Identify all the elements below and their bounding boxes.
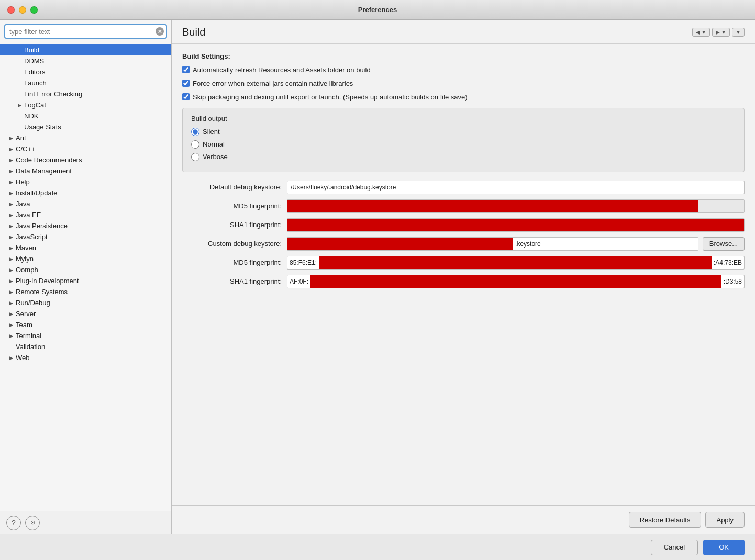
md5-prefix-text: 85:F6:E1:	[287, 259, 319, 266]
main-container: ✕ Build DDMS Editors	[0, 20, 755, 534]
checkbox-row-skip-packaging: Skip packaging and dexing until export o…	[182, 93, 745, 102]
search-input[interactable]	[4, 24, 167, 39]
sidebar-item-remote-systems[interactable]: Remote Systems	[0, 286, 171, 297]
sidebar-item-label: Validation	[16, 343, 45, 351]
sidebar-item-terminal[interactable]: Terminal	[0, 330, 171, 341]
forward-button[interactable]: ▶ ▼	[712, 28, 730, 37]
sidebar-item-editors[interactable]: Editors	[0, 66, 171, 77]
sidebar-item-label: Mylyn	[16, 255, 34, 263]
checkbox-row-auto-refresh: Automatically refresh Resources and Asse…	[182, 65, 745, 75]
java-arrow	[8, 201, 14, 207]
radio-normal[interactable]	[191, 140, 199, 149]
sidebar-item-label: C/C++	[16, 145, 36, 153]
sidebar-item-label: Remote Systems	[16, 288, 68, 296]
md5-fingerprint-2-field: 85:F6:E1: :A4:73:EB	[287, 256, 745, 270]
sidebar-item-javascript[interactable]: JavaScript	[0, 231, 171, 242]
radio-silent-label: Silent	[203, 128, 220, 136]
bottom-bar: Cancel OK	[0, 534, 755, 560]
sidebar-item-mylyn[interactable]: Mylyn	[0, 253, 171, 264]
minimize-button[interactable]	[19, 6, 26, 14]
sidebar-item-maven[interactable]: Maven	[0, 242, 171, 253]
sha1-suffix-text: :D3:58	[721, 278, 744, 285]
forward-dropdown-icon: ▼	[721, 29, 726, 35]
sha1-prefix-text: AF:0F:	[287, 278, 310, 285]
sidebar-item-launch[interactable]: Launch	[0, 77, 171, 88]
sidebar-item-run-debug[interactable]: Run/Debug	[0, 297, 171, 308]
remote-systems-arrow	[8, 289, 14, 295]
settings-button[interactable]: ⊙	[25, 516, 40, 530]
sidebar-item-logcat[interactable]: LogCat	[0, 99, 171, 110]
sidebar-item-java-persistence[interactable]: Java Persistence	[0, 220, 171, 231]
sidebar-item-cpp[interactable]: C/C++	[0, 143, 171, 154]
sidebar-item-web[interactable]: Web	[0, 352, 171, 363]
sidebar-item-ant[interactable]: Ant	[0, 132, 171, 143]
sidebar-item-validation[interactable]: Validation	[0, 341, 171, 352]
md5-redacted-bar	[287, 200, 698, 212]
sidebar-item-label: Team	[16, 321, 32, 329]
sidebar-item-oomph[interactable]: Oomph	[0, 264, 171, 275]
default-debug-keystore-input[interactable]	[287, 181, 745, 194]
sidebar-item-help[interactable]: Help	[0, 176, 171, 187]
ok-button[interactable]: OK	[703, 540, 745, 555]
sidebar-item-data-management[interactable]: Data Management	[0, 165, 171, 176]
javascript-arrow	[8, 234, 14, 240]
search-box-container: ✕	[0, 20, 171, 42]
back-button[interactable]: ◀ ▼	[692, 28, 710, 37]
sidebar-item-label: Build	[24, 46, 39, 54]
sha1-fingerprint-2-field: AF:0F: :D3:58	[287, 275, 745, 288]
sidebar-item-usage-stats[interactable]: Usage Stats	[0, 121, 171, 132]
sidebar-item-plug-in-development[interactable]: Plug-in Development	[0, 275, 171, 286]
sidebar-item-lint-error-checking[interactable]: Lint Error Checking	[0, 88, 171, 99]
sidebar-item-label: Java EE	[16, 211, 41, 219]
menu-button[interactable]: ▼	[732, 28, 745, 37]
tree-container: Build DDMS Editors Launch	[0, 42, 171, 511]
java-persistence-arrow	[8, 223, 14, 229]
skip-packaging-checkbox[interactable]	[182, 93, 190, 100]
close-button[interactable]	[7, 6, 15, 14]
cancel-button[interactable]: Cancel	[651, 540, 698, 555]
md5-fingerprint-1-field	[287, 199, 745, 213]
custom-debug-keystore-label: Custom debug keystore:	[182, 240, 287, 248]
checkbox-row-force-error: Force error when external jars contain n…	[182, 79, 745, 88]
restore-defaults-button[interactable]: Restore Defaults	[629, 512, 702, 528]
sidebar-item-server[interactable]: Server	[0, 308, 171, 319]
oomph-arrow	[8, 267, 14, 273]
sidebar-item-label: Oomph	[16, 266, 38, 274]
radio-normal-label: Normal	[203, 140, 225, 148]
sidebar-item-label: Data Management	[16, 167, 72, 175]
radio-row-normal: Normal	[191, 140, 736, 149]
apply-button[interactable]: Apply	[705, 512, 745, 528]
maven-arrow	[8, 245, 14, 251]
sidebar-item-label: Ant	[16, 134, 26, 142]
sidebar-item-label: Java Persistence	[16, 222, 68, 230]
search-clear-button[interactable]: ✕	[156, 27, 164, 36]
md5-suffix-text: :A4:73:EB	[712, 259, 744, 266]
sidebar-item-install-update[interactable]: Install/Update	[0, 187, 171, 198]
browse-button[interactable]: Browse...	[703, 237, 745, 251]
search-input-wrapper: ✕	[4, 24, 167, 39]
sidebar-item-java-ee[interactable]: Java EE	[0, 209, 171, 220]
force-error-label: Force error when external jars contain n…	[193, 79, 353, 88]
ant-arrow	[8, 136, 14, 141]
sidebar-item-ndk[interactable]: NDK	[0, 110, 171, 121]
radio-silent[interactable]	[191, 128, 199, 136]
sidebar-item-ddms[interactable]: DDMS	[0, 55, 171, 66]
sidebar-item-code-recommenders[interactable]: Code Recommenders	[0, 154, 171, 165]
install-update-arrow	[8, 191, 14, 196]
auto-refresh-checkbox[interactable]	[182, 66, 190, 73]
default-debug-keystore-label: Default debug keystore:	[182, 183, 287, 191]
sha1-fingerprint-1-field	[287, 218, 745, 232]
sidebar-item-team[interactable]: Team	[0, 319, 171, 330]
back-arrow-icon: ◀	[696, 29, 700, 35]
sidebar-item-java[interactable]: Java	[0, 198, 171, 209]
java-ee-arrow	[8, 212, 14, 218]
sidebar-item-build[interactable]: Build	[0, 44, 171, 55]
help-button[interactable]: ?	[6, 516, 21, 530]
custom-debug-keystore-row: .keystore Browse...	[287, 237, 745, 251]
force-error-checkbox[interactable]	[182, 80, 190, 87]
radio-verbose[interactable]	[191, 153, 199, 161]
sidebar-item-label: JavaScript	[16, 233, 48, 241]
maximize-button[interactable]	[30, 6, 38, 14]
forward-arrow-icon: ▶	[716, 29, 720, 35]
sidebar-item-label: LogCat	[24, 101, 46, 109]
